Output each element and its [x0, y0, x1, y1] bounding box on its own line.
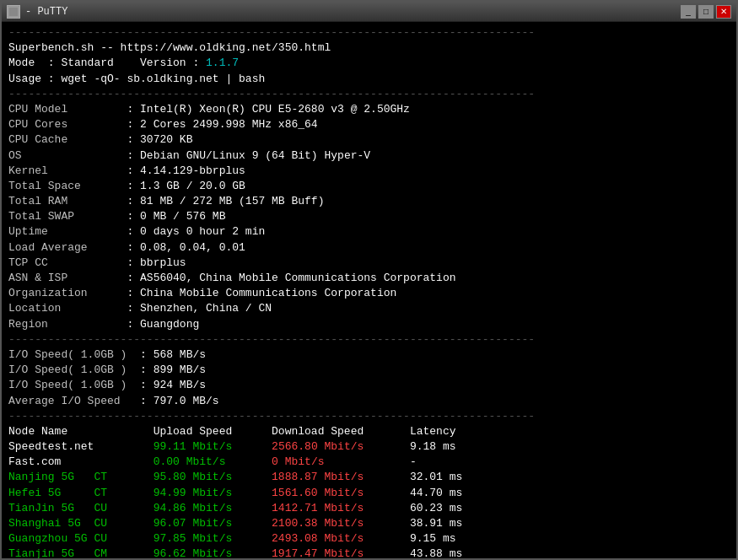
node-fastcom: Fast.com 0.00 Mbit/s 0 Mbit/s - [8, 455, 730, 470]
separator-1: ----------------------------------------… [8, 25, 730, 40]
io3-line: I/O Speed( 1.0GB ) : 924 MB/s [8, 378, 730, 393]
window-controls: _ □ ✕ [681, 5, 731, 19]
mode-line: Mode : Standard Version : 1.1.7 [8, 56, 730, 71]
total-ram-line: Total RAM : 81 MB / 272 MB (157 MB Buff) [8, 194, 730, 209]
asn-isp-line: ASN & ISP : AS56040, China Mobile Commun… [8, 271, 730, 286]
script-line: Superbench.sh -- https://www.oldking.net… [8, 40, 730, 56]
io1-line: I/O Speed( 1.0GB ) : 568 MB/s [8, 347, 730, 363]
terminal-output[interactable]: ----------------------------------------… [2, 22, 736, 558]
svg-rect-1 [10, 8, 17, 15]
node-tianjin-cm: Tianjin 5G CM 96.62 Mbit/s 1917.47 Mbit/… [8, 547, 730, 558]
minimize-button[interactable]: _ [681, 5, 696, 19]
window-icon [7, 5, 20, 19]
node-tianjin-cu: TianJin 5G CU 94.86 Mbit/s 1412.71 Mbit/… [8, 501, 730, 516]
avg-io-line: Average I/O Speed : 797.0 MB/s [8, 394, 730, 409]
tcp-cc-line: TCP CC : bbrplus [8, 256, 730, 271]
io2-line: I/O Speed( 1.0GB ) : 899 MB/s [8, 363, 730, 378]
close-button[interactable]: ✕ [716, 5, 731, 19]
org-line: Organization : China Mobile Communicatio… [8, 286, 730, 301]
total-swap-line: Total SWAP : 0 MB / 576 MB [8, 209, 730, 224]
cpu-model-line: CPU Model : Intel(R) Xeon(R) CPU E5-2680… [8, 102, 730, 117]
window-title: - PuTTY [25, 6, 67, 18]
separator-4: ----------------------------------------… [8, 409, 730, 424]
node-guangzhou-cu: Guangzhou 5G CU 97.85 Mbit/s 2493.08 Mbi… [8, 531, 730, 547]
titlebar: - PuTTY _ □ ✕ [2, 2, 736, 22]
location-line: Location : Shenzhen, China / CN [8, 301, 730, 316]
region-line: Region : Guangdong [8, 317, 730, 332]
node-speedtest: Speedtest.net 99.11 Mbit/s 2566.80 Mbit/… [8, 439, 730, 455]
cpu-cache-line: CPU Cache : 30720 KB [8, 132, 730, 148]
cpu-cores-line: CPU Cores : 2 Cores 2499.998 MHz x86_64 [8, 117, 730, 132]
uptime-line: Uptime : 0 days 0 hour 2 min [8, 224, 730, 240]
load-avg-line: Load Average : 0.08, 0.04, 0.01 [8, 240, 730, 256]
node-nanjing-ct: Nanjing 5G CT 95.80 Mbit/s 1888.87 Mbit/… [8, 470, 730, 485]
node-hefei-ct: Hefei 5G CT 94.99 Mbit/s 1561.60 Mbit/s … [8, 486, 730, 501]
node-shanghai-cu: Shanghai 5G CU 96.07 Mbit/s 2100.38 Mbit… [8, 516, 730, 531]
usage-line: Usage : wget -qO- sb.oldking.net | bash [8, 72, 730, 87]
maximize-button[interactable]: □ [698, 5, 714, 19]
total-space-line: Total Space : 1.3 GB / 20.0 GB [8, 179, 730, 194]
putty-window: - PuTTY _ □ ✕ --------------------------… [0, 0, 738, 560]
network-header: Node Name Upload Speed Download Speed La… [8, 424, 730, 439]
separator-3: ----------------------------------------… [8, 332, 730, 347]
os-line: OS : Debian GNU/Linux 9 (64 Bit) Hyper-V [8, 148, 730, 164]
separator-2: ----------------------------------------… [8, 87, 730, 102]
kernel-line: Kernel : 4.14.129-bbrplus [8, 164, 730, 179]
